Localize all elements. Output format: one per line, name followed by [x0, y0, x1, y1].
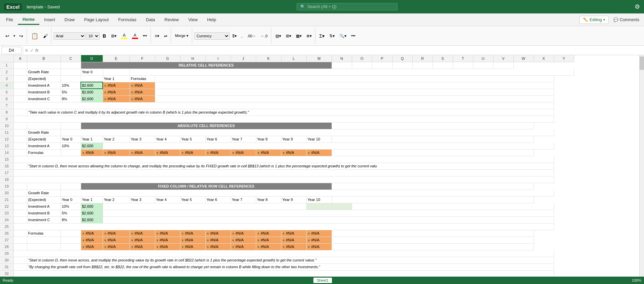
col-header-F[interactable]: F — [130, 55, 155, 62]
cell-B31[interactable]: "By changing the growth rate cell from $… — [27, 263, 554, 270]
more-button[interactable]: ••• — [349, 33, 358, 39]
tab-data[interactable]: Data — [141, 15, 160, 24]
cell-M21[interactable]: Year 10 — [306, 196, 332, 203]
number-format-select[interactable]: Currency — [194, 32, 230, 40]
tab-view[interactable]: View — [183, 15, 202, 24]
col-header-D[interactable]: D — [81, 55, 103, 62]
cell-C3[interactable] — [61, 75, 81, 82]
cell-J14[interactable]: ▼ #N/A — [231, 149, 256, 156]
cell-E3[interactable]: Year 1 — [103, 75, 130, 82]
paste-button[interactable]: 📋 — [29, 31, 40, 41]
cell-I27[interactable]: ▼ #N/A — [205, 237, 231, 243]
tab-review[interactable]: Review — [160, 15, 184, 24]
redo-button[interactable]: ↪ — [17, 32, 25, 40]
sum-button[interactable]: Σ▾ — [317, 32, 327, 40]
cell-B23[interactable]: Investment B — [27, 210, 61, 216]
col-header-S[interactable]: S — [433, 55, 453, 62]
col-header-K[interactable]: K — [256, 55, 281, 62]
comments-button[interactable]: 💬 Comments — [610, 16, 643, 24]
tab-help[interactable]: Help — [202, 15, 221, 24]
cell-D21[interactable]: Year 1 — [81, 196, 103, 203]
cell-B14[interactable]: Formulas — [27, 149, 61, 156]
cell-K12[interactable]: Year 8 — [256, 136, 281, 143]
cell-E28[interactable]: ▼ #N/A — [103, 243, 130, 250]
cell-L22[interactable] — [306, 203, 332, 210]
cell-C22[interactable]: 10% — [61, 203, 81, 210]
bold-button[interactable]: B — [100, 32, 108, 40]
font-color-button[interactable]: A — [130, 32, 140, 40]
col-header-I[interactable]: I — [205, 55, 231, 62]
cell-K26[interactable]: ▼ #N/A — [256, 230, 281, 237]
cell-C5[interactable]: 5% — [61, 89, 81, 95]
col-header-C[interactable]: C — [61, 55, 81, 62]
cell-C21[interactable]: Year 0 — [61, 196, 81, 203]
formula-input[interactable] — [40, 47, 643, 54]
currency-button[interactable]: $▾ — [230, 33, 239, 39]
col-header-L[interactable]: L — [281, 55, 306, 62]
col-header-Y[interactable]: Y — [554, 55, 574, 62]
col-header-J[interactable]: J — [231, 55, 256, 62]
col-header-M[interactable]: M — [306, 55, 332, 62]
cell-L27[interactable]: ▼ #N/A — [281, 237, 306, 243]
cell-J27[interactable]: ▼ #N/A — [231, 237, 256, 243]
cell-F14[interactable]: ▼ #N/A — [130, 149, 155, 156]
cell-F28[interactable]: ▼ #N/A — [130, 243, 155, 250]
cell-B11[interactable]: Growth Rate — [27, 129, 61, 136]
scrollbar-track[interactable] — [639, 55, 644, 284]
cell-E12[interactable]: Year 2 — [103, 136, 130, 143]
cell-D24[interactable]: $2,600 — [81, 216, 103, 223]
cell-E21[interactable]: Year 2 — [103, 196, 130, 203]
cell-K14[interactable]: ▼ #N/A — [256, 149, 281, 156]
cell-A4[interactable] — [13, 82, 27, 89]
cell-I14[interactable]: ▼ #N/A — [205, 149, 231, 156]
cell-E5[interactable]: ▼ #N/A — [103, 89, 130, 95]
undo-button[interactable]: ↩ — [3, 32, 11, 40]
col-header-W[interactable]: W — [513, 55, 534, 62]
cell-J28[interactable]: ▼ #N/A — [231, 243, 256, 250]
col-header-E[interactable]: E — [103, 55, 130, 62]
cell-I21[interactable]: Year 6 — [205, 196, 231, 203]
font-size-select[interactable]: 10 — [86, 32, 100, 40]
cell-C24[interactable]: 8% — [61, 216, 81, 223]
tab-formulas[interactable]: Formulas — [113, 15, 141, 24]
undo-dropdown[interactable]: ▾ — [12, 33, 16, 39]
cell-F4[interactable]: ▼ #N/A — [130, 82, 155, 89]
cell-C4[interactable]: 10% — [61, 82, 81, 89]
cell-B21[interactable]: (Expected) — [27, 196, 61, 203]
cell-B30[interactable]: "Start in column D, then move across, an… — [27, 257, 554, 263]
cell-D5[interactable]: $2,600 — [81, 89, 103, 95]
cell-G21[interactable]: Year 4 — [155, 196, 180, 203]
tab-file[interactable]: File — [1, 15, 18, 24]
settings-icon[interactable]: ⚙ — [635, 3, 640, 10]
cell-E6[interactable]: ▼ #N/A — [103, 95, 130, 102]
cell-C12[interactable]: Year 0 — [61, 136, 81, 143]
cell-B2[interactable]: Growth Rate — [27, 69, 61, 75]
grid-container[interactable]: A B C D E F G H I J K L M N O P Q — [0, 55, 644, 284]
cell-H14[interactable]: ▼ #N/A — [180, 149, 205, 156]
cell-styles-button[interactable]: ▦▾ — [294, 33, 304, 39]
cell-reference-input[interactable] — [1, 47, 22, 54]
cell-F3[interactable]: Formulas — [130, 75, 155, 82]
cell-F6[interactable]: ▼ #N/A — [130, 95, 155, 102]
cell-D22[interactable]: $2,600 — [81, 203, 103, 210]
cell-H21[interactable]: Year 5 — [180, 196, 205, 203]
cell-D26[interactable]: ▼ #N/A — [81, 230, 103, 237]
cell-C6[interactable]: 8% — [61, 95, 81, 102]
cell-B6[interactable]: Investment C — [27, 95, 61, 102]
tab-insert[interactable]: Insert — [39, 15, 60, 24]
cell-C2[interactable] — [61, 69, 81, 75]
cell-M14[interactable]: ▼ #N/A — [306, 149, 332, 156]
cell-A2[interactable] — [13, 69, 27, 75]
cell-L12[interactable]: Year 9 — [281, 136, 306, 143]
fill-color-button[interactable]: A — [119, 32, 129, 40]
cell-B22[interactable]: Investment A — [27, 203, 61, 210]
more-font-button[interactable]: ••• — [141, 33, 149, 39]
cell-L21[interactable]: Year 9 — [281, 196, 306, 203]
cell-D3[interactable] — [81, 75, 103, 82]
search-box[interactable]: 🔍 Search (Alt + Q) — [297, 3, 398, 10]
insert-cells-button[interactable]: ⊕▾ — [304, 33, 314, 39]
percent-button[interactable]: , — [239, 33, 244, 39]
cell-L26[interactable]: ▼ #N/A — [281, 230, 306, 237]
format-as-table-button[interactable]: ⊞▾ — [284, 33, 293, 39]
cell-F27[interactable]: ▼ #N/A — [130, 237, 155, 243]
